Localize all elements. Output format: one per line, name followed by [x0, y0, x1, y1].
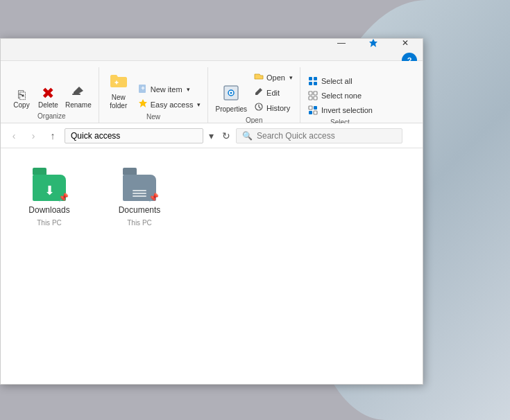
window-controls: — ✕ — [325, 32, 421, 54]
downloads-icon: ⬇ — [44, 183, 55, 198]
titlebar: — ✕ ? — [1, 39, 423, 61]
pin-icon: 📌 — [148, 193, 159, 202]
open-button[interactable]: Open ▾ — [251, 70, 296, 85]
pin-icon: 📌 — [58, 193, 69, 202]
rename-button[interactable]: Rename — [62, 82, 94, 111]
svg-rect-12 — [309, 96, 312, 100]
refresh-button[interactable]: ↻ — [219, 129, 233, 143]
search-input[interactable] — [257, 131, 396, 141]
select-group: Select all Select none — [300, 67, 380, 123]
svg-rect-7 — [314, 77, 317, 80]
history-button[interactable]: History — [251, 100, 296, 115]
forward-button[interactable]: › — [24, 127, 42, 145]
svg-rect-6 — [309, 77, 312, 80]
new-item-icon — [138, 83, 148, 95]
svg-rect-17 — [314, 111, 317, 114]
new-folder-button[interactable]: New folder — [103, 70, 134, 112]
list-item[interactable]: ⬇ 📌 Downloads This PC — [15, 162, 84, 232]
easy-access-button[interactable]: Easy access ▾ — [135, 97, 204, 112]
invert-selection-button[interactable]: Invert selection — [305, 103, 375, 117]
easy-access-icon — [138, 98, 148, 110]
downloads-folder-icon: ⬇ 📌 — [33, 168, 66, 201]
edit-icon — [254, 87, 264, 98]
minimize-button[interactable]: — — [325, 32, 357, 54]
new-group: New folder New item ▾ — [99, 67, 209, 123]
svg-rect-13 — [314, 96, 317, 100]
back-button[interactable]: ‹ — [5, 127, 23, 145]
file-list: ⬇ 📌 Downloads This PC — [15, 162, 409, 232]
svg-rect-14 — [309, 106, 312, 110]
copy-button[interactable]: ⎘ Copy — [9, 87, 34, 111]
new-item-button[interactable]: New item ▾ — [135, 82, 204, 96]
properties-button[interactable]: Properties — [212, 82, 250, 115]
ribbon: ⎘ Copy ✖ Delete Rename — [1, 61, 423, 123]
organize-group: ⎘ Copy ✖ Delete Rename — [5, 67, 99, 123]
svg-rect-15 — [314, 106, 317, 110]
select-none-icon — [307, 90, 318, 101]
list-item[interactable]: 📌 Documents This PC — [105, 162, 174, 232]
svg-rect-8 — [309, 82, 312, 85]
svg-rect-11 — [314, 91, 317, 95]
svg-point-4 — [230, 92, 232, 94]
history-icon — [254, 102, 264, 114]
open-group: Properties Open ▾ — [208, 67, 300, 123]
documents-folder-icon: 📌 — [123, 168, 156, 201]
select-items-group: Select all Select none — [305, 74, 375, 117]
documents-icon — [131, 189, 148, 198]
invert-selection-icon — [307, 105, 318, 116]
address-bar: ‹ › ↑ ▾ ↻ 🔍 — [1, 123, 423, 148]
search-icon: 🔍 — [242, 131, 253, 141]
open-icon — [254, 71, 264, 83]
up-button[interactable]: ↑ — [44, 127, 62, 145]
address-input[interactable] — [65, 128, 203, 143]
pin-button[interactable] — [357, 32, 389, 54]
edit-button[interactable]: Edit — [251, 85, 296, 100]
svg-rect-1 — [139, 85, 146, 93]
content-area: ⬇ 📌 Downloads This PC — [1, 148, 423, 384]
address-dropdown-button[interactable]: ▾ — [206, 129, 216, 143]
select-all-icon — [307, 76, 318, 87]
search-bar: 🔍 — [236, 128, 402, 143]
delete-button[interactable]: ✖ Delete — [35, 85, 61, 111]
svg-rect-10 — [309, 91, 312, 95]
new-items-group: New item ▾ Easy access ▾ — [135, 82, 204, 112]
svg-rect-9 — [314, 82, 317, 85]
svg-rect-16 — [309, 111, 312, 114]
close-button[interactable]: ✕ — [389, 32, 421, 54]
open-items-group: Open ▾ Edit — [251, 70, 296, 115]
select-all-button[interactable]: Select all — [305, 74, 375, 88]
select-none-button[interactable]: Select none — [305, 89, 375, 103]
